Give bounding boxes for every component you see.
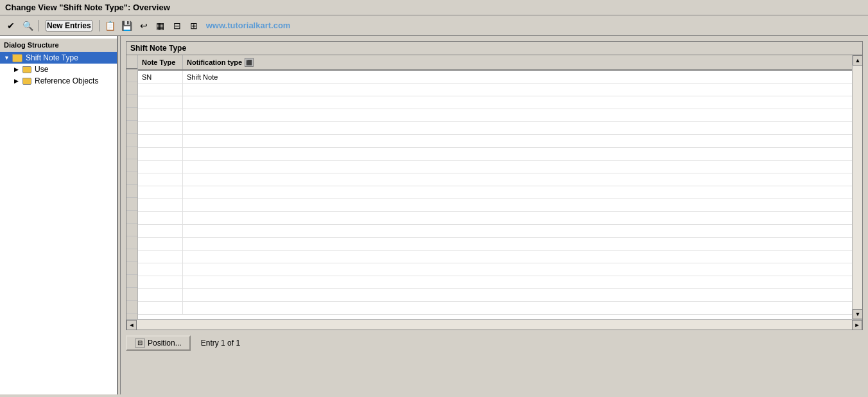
- cell-note-type[interactable]: [138, 122, 183, 135]
- cell-notification-type[interactable]: [183, 122, 852, 135]
- cell-notification-type[interactable]: [183, 263, 852, 276]
- new-entries-button[interactable]: New Entries: [46, 20, 92, 31]
- cell-notification-type[interactable]: [183, 238, 852, 251]
- row-num-11: [126, 198, 137, 211]
- cell-note-type[interactable]: [138, 199, 183, 212]
- cell-note-type[interactable]: [138, 289, 183, 302]
- table-row[interactable]: [138, 212, 852, 225]
- table-row[interactable]: [138, 302, 852, 315]
- right-panel: Shift Note Type: [121, 36, 868, 394]
- table-header-row: Note Type Notification type ⬛: [138, 55, 852, 71]
- cell-note-type[interactable]: [138, 173, 183, 186]
- refresh-button[interactable]: ⊞: [187, 19, 201, 33]
- table-row[interactable]: [138, 263, 852, 276]
- cell-note-type[interactable]: [138, 148, 183, 161]
- cell-notification-type[interactable]: [183, 135, 852, 148]
- row-num-17: [126, 275, 137, 288]
- table-row[interactable]: [138, 173, 852, 186]
- cell-notification-type[interactable]: Shift Note: [183, 71, 852, 84]
- tree-arrow-use: ▶: [14, 66, 21, 73]
- cell-notification-type[interactable]: [183, 161, 852, 173]
- scroll-right-button[interactable]: ►: [852, 320, 862, 330]
- scroll-up-button[interactable]: ▲: [853, 55, 862, 66]
- table-row[interactable]: [138, 186, 852, 199]
- tree-arrow-expand: ▼: [4, 55, 10, 61]
- find-button[interactable]: 🔍: [21, 19, 35, 33]
- tree-item-shift-note-type[interactable]: ▼ Shift Note Type: [0, 52, 117, 64]
- header-row-num: [126, 55, 137, 69]
- cell-notification-type[interactable]: [183, 212, 852, 225]
- tree-label-use: Use: [35, 65, 48, 74]
- cell-note-type[interactable]: [138, 251, 183, 263]
- row-num-7: [126, 146, 137, 159]
- col-header-note-type[interactable]: Note Type: [138, 55, 183, 69]
- cell-notification-type[interactable]: [183, 109, 852, 122]
- table-row[interactable]: [138, 96, 852, 109]
- details-button[interactable]: ⊟: [170, 19, 184, 33]
- entry-info: Entry 1 of 1: [201, 339, 240, 348]
- table-row[interactable]: [138, 225, 852, 238]
- table-row[interactable]: [138, 135, 852, 148]
- cell-note-type[interactable]: [138, 302, 183, 315]
- cell-note-type[interactable]: [138, 238, 183, 251]
- cell-notification-type[interactable]: [183, 225, 852, 238]
- table-row[interactable]: SNShift Note: [138, 71, 852, 84]
- table-content: Note Type Notification type ⬛ SNShift No…: [138, 55, 852, 319]
- table-row[interactable]: [138, 289, 852, 302]
- table-row[interactable]: [138, 251, 852, 263]
- toolbar-sep-2: [99, 20, 100, 31]
- main-content: Dialog Structure ▼ Shift Note Type ▶ Use…: [0, 36, 868, 394]
- undo-button[interactable]: ↩: [137, 19, 151, 33]
- row-num-5: [126, 121, 137, 134]
- cell-notification-type[interactable]: [183, 302, 852, 315]
- scroll-track[interactable]: [853, 66, 862, 309]
- table-button[interactable]: ▦: [153, 19, 168, 33]
- copy-button[interactable]: 📋: [103, 19, 117, 33]
- table-row[interactable]: [138, 84, 852, 96]
- cell-note-type[interactable]: [138, 161, 183, 173]
- col-header-notification-type[interactable]: Notification type ⬛: [183, 55, 852, 69]
- position-icon: ⊟: [135, 339, 145, 348]
- cell-notification-type[interactable]: [183, 96, 852, 109]
- cell-note-type[interactable]: [138, 96, 183, 109]
- cell-note-type[interactable]: [138, 212, 183, 225]
- table-row[interactable]: [138, 199, 852, 212]
- vertical-scrollbar[interactable]: ▲ ▼: [852, 55, 862, 319]
- cell-note-type[interactable]: [138, 276, 183, 289]
- title-text: Change View "Shift Note Type": Overview: [5, 3, 170, 12]
- cell-note-type[interactable]: [138, 225, 183, 238]
- col-header-notification-label: Notification type: [187, 58, 242, 66]
- cell-note-type[interactable]: [138, 186, 183, 199]
- table-row[interactable]: [138, 148, 852, 161]
- cell-note-type[interactable]: [138, 109, 183, 122]
- scroll-left-button[interactable]: ◄: [126, 320, 137, 330]
- cell-notification-type[interactable]: [183, 148, 852, 161]
- position-button-label: Position...: [148, 339, 182, 348]
- cell-note-type[interactable]: [138, 84, 183, 96]
- horizontal-scroll-track[interactable]: [137, 320, 852, 330]
- cell-notification-type[interactable]: [183, 276, 852, 289]
- cell-notification-type[interactable]: [183, 173, 852, 186]
- table-row[interactable]: [138, 238, 852, 251]
- cell-notification-type[interactable]: [183, 199, 852, 212]
- check-button[interactable]: ✔: [4, 19, 18, 33]
- tree-item-use[interactable]: ▶ Use: [0, 64, 117, 75]
- table-row[interactable]: [138, 161, 852, 173]
- cell-note-type[interactable]: SN: [138, 71, 183, 84]
- row-num-16: [126, 262, 137, 275]
- cell-notification-type[interactable]: [183, 289, 852, 302]
- position-button[interactable]: ⊟ Position...: [126, 335, 191, 351]
- sort-icon[interactable]: ⬛: [245, 58, 254, 67]
- tree-item-reference-objects[interactable]: ▶ Reference Objects: [0, 75, 117, 87]
- save-button[interactable]: 💾: [120, 19, 134, 33]
- cell-notification-type[interactable]: [183, 251, 852, 263]
- row-num-14: [126, 236, 137, 249]
- scroll-down-button[interactable]: ▼: [853, 309, 862, 319]
- table-row[interactable]: [138, 122, 852, 135]
- cell-note-type[interactable]: [138, 263, 183, 276]
- cell-note-type[interactable]: [138, 135, 183, 148]
- table-row[interactable]: [138, 276, 852, 289]
- cell-notification-type[interactable]: [183, 84, 852, 96]
- cell-notification-type[interactable]: [183, 186, 852, 199]
- table-row[interactable]: [138, 109, 852, 122]
